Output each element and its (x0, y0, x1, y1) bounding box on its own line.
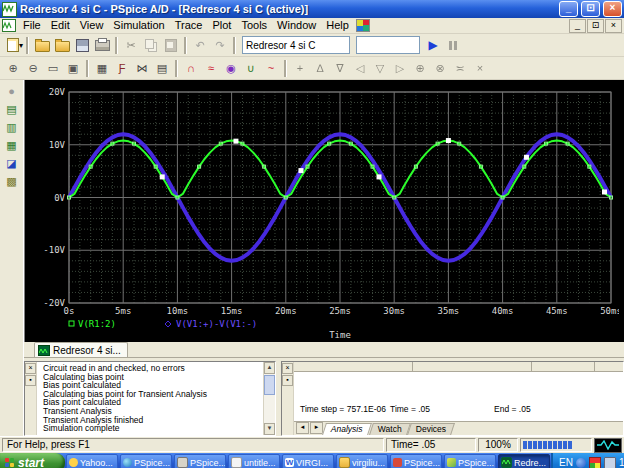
menu-help[interactable]: Help (321, 19, 354, 32)
run-simulation-button[interactable]: ▶ (423, 36, 443, 55)
zoom-in-icon[interactable]: ⊕ (3, 59, 23, 78)
cursor-max-icon[interactable]: ▷ (390, 59, 410, 78)
mark-wave-icon[interactable]: ≈ (201, 59, 221, 78)
simulation-profile-combo[interactable] (242, 36, 350, 54)
text-label-icon[interactable]: ▤ (152, 59, 172, 78)
new-file-caret-icon[interactable]: ▾ (19, 41, 23, 50)
task-pspice-3[interactable]: PSpice... (390, 454, 442, 468)
scroll-thumb[interactable] (264, 375, 275, 395)
tab-scroll-right-icon[interactable]: ▸ (310, 422, 323, 434)
mdi-controls: _ ⊡ × (569, 19, 622, 33)
cursor-search-icon[interactable]: ⊗ (430, 59, 450, 78)
plot-tab-icon (38, 345, 50, 356)
menu-file[interactable]: File (18, 19, 46, 32)
tab-scroll-left-icon[interactable]: ◂ (296, 422, 309, 434)
undo-button[interactable]: ↶ (190, 36, 210, 55)
tab-analysis[interactable]: Analysis (322, 423, 372, 435)
task-virgiliu-folder[interactable]: virgiliu... (336, 454, 388, 468)
output-close-icon[interactable]: × (25, 363, 36, 374)
menu-tools[interactable]: Tools (236, 19, 272, 32)
cursor-trough-icon[interactable]: ∇ (330, 59, 350, 78)
append-file-button[interactable] (52, 36, 72, 55)
mdi-close-button[interactable]: × (605, 19, 622, 33)
close-button[interactable]: × (603, 1, 622, 17)
tab-watch[interactable]: Watch (369, 423, 411, 435)
menu-simulation[interactable]: Simulation (108, 19, 169, 32)
simulation-settings-icon[interactable]: ▩ (3, 173, 20, 189)
cut-button[interactable]: ✂ (121, 36, 141, 55)
view-simulation-output-icon[interactable]: ▥ (3, 119, 20, 135)
start-button[interactable]: start (0, 453, 65, 468)
child-window-icon[interactable] (2, 19, 16, 32)
mark-label-icon[interactable]: × (470, 59, 490, 78)
simulation-profile-input[interactable] (243, 40, 349, 51)
tray-app-icon[interactable] (589, 457, 601, 468)
menu-view[interactable]: View (75, 19, 109, 32)
copy-button[interactable] (141, 36, 161, 55)
performance-analysis-icon[interactable]: ⋈ (132, 59, 152, 78)
scroll-up-icon[interactable]: ▲ (264, 362, 275, 374)
fourier-icon[interactable]: Ƒ (112, 59, 132, 78)
cursor-next-icon[interactable]: ≍ (450, 59, 470, 78)
svg-text:10ms: 10ms (167, 306, 189, 316)
mdi-minimize-button[interactable]: _ (569, 19, 586, 33)
view-circuit-icon[interactable]: ▤ (3, 101, 20, 117)
restore-button[interactable]: ⊡ (581, 1, 600, 17)
mark-arc-icon[interactable]: ∩ (181, 59, 201, 78)
cursor-toggle-icon[interactable]: + (290, 59, 310, 78)
minimize-button[interactable]: _ (559, 1, 578, 17)
zoom-out-icon[interactable]: ⊖ (23, 59, 43, 78)
mark-points-icon[interactable]: ◉ (221, 59, 241, 78)
start-label: start (18, 456, 44, 468)
status-close-icon[interactable]: × (282, 363, 293, 374)
task-untitled[interactable]: untitle... (228, 454, 280, 468)
status-pin-icon[interactable]: ▪ (282, 375, 293, 386)
output-pin-icon[interactable]: ▪ (25, 375, 36, 386)
log-x-axis-icon[interactable]: ▦ (92, 59, 112, 78)
open-file-button[interactable] (32, 36, 52, 55)
mark-squiggle-icon[interactable]: ~ (261, 59, 281, 78)
svg-text:40ms: 40ms (492, 306, 514, 316)
simulation-queue-icon[interactable]: ● (3, 83, 20, 99)
save-button[interactable] (72, 36, 92, 55)
status-progress-bar (520, 438, 592, 452)
cursor-slope-icon[interactable]: ◁ (350, 59, 370, 78)
menu-trace[interactable]: Trace (170, 19, 208, 32)
plot-tab-redresor[interactable]: Redresor 4 si... (34, 342, 128, 357)
volume-icon[interactable] (604, 457, 616, 468)
view-netlist-icon[interactable]: ▦ (3, 137, 20, 153)
tab-devices[interactable]: Devices (407, 423, 455, 435)
language-bar-icon[interactable] (576, 458, 586, 468)
pause-simulation-button[interactable] (443, 36, 463, 55)
menu-window[interactable]: Window (272, 19, 321, 32)
folder-icon (339, 457, 350, 468)
cursor-min-icon[interactable]: ▽ (370, 59, 390, 78)
task-pspice-4[interactable]: PSpice... (444, 454, 496, 468)
menu-plot[interactable]: Plot (207, 19, 236, 32)
cursor-peak-icon[interactable]: ∆ (310, 59, 330, 78)
paste-button[interactable] (161, 36, 181, 55)
task-pspice-1[interactable]: PSpice... (120, 454, 172, 468)
cursor-point-icon[interactable]: ⊕ (410, 59, 430, 78)
zoom-fit-icon[interactable]: ▣ (63, 59, 83, 78)
mdi-restore-button[interactable]: ⊡ (587, 19, 604, 33)
task-label: PSpice... (190, 458, 226, 468)
zoom-area-icon[interactable]: ▭ (43, 59, 63, 78)
mark-union-icon[interactable]: ∪ (241, 59, 261, 78)
window-manager-icon[interactable] (356, 19, 370, 32)
print-button[interactable] (92, 36, 112, 55)
secondary-combo[interactable] (356, 36, 420, 54)
menu-edit[interactable]: Edit (46, 19, 75, 32)
time-step-value: Time step = 757.1E-06 (300, 404, 386, 414)
output-file-icon[interactable]: ◪ (3, 155, 20, 171)
task-pspice-2[interactable]: PSpice... (174, 454, 226, 468)
task-virgi-doc[interactable]: WVIRGI... (282, 454, 334, 468)
probe-chart: 20V10V0V-10V-20V0s5ms10ms15ms20ms25ms30m… (25, 80, 619, 342)
output-scrollbar[interactable]: ▲ ▼ (263, 362, 275, 435)
scroll-down-icon[interactable]: ▼ (264, 423, 275, 435)
task-redresor-active[interactable]: Redre... (498, 454, 550, 468)
language-indicator[interactable]: EN (559, 457, 573, 468)
redo-button[interactable]: ↷ (210, 36, 230, 55)
secondary-combo-input[interactable] (357, 40, 419, 51)
task-yahoo[interactable]: Yahoo... (66, 454, 118, 468)
